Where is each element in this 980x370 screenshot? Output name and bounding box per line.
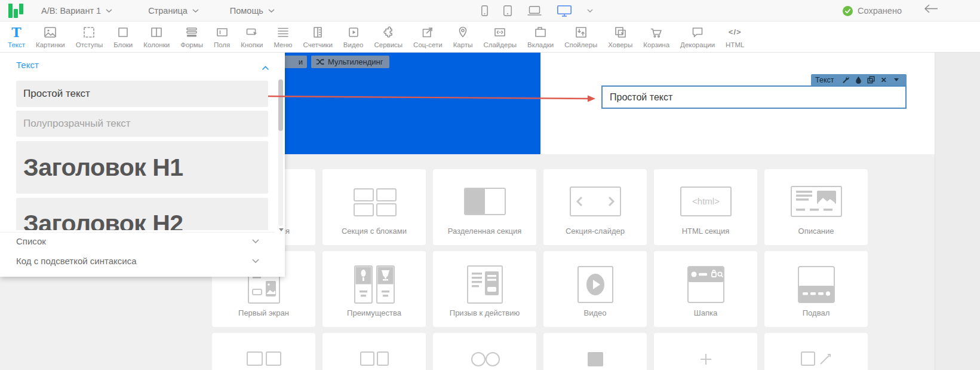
forms-icon	[185, 25, 199, 39]
html-section-icon: <html>	[679, 185, 733, 218]
ribbon-item-margins[interactable]: Отступы	[70, 22, 108, 53]
blocks-section-icon	[352, 185, 397, 218]
ribbon-item-html[interactable]: </> HTML	[720, 22, 749, 53]
ribbon-item-text[interactable]: T Текст	[2, 22, 30, 53]
save-status: Сохранено	[843, 0, 902, 22]
template-header[interactable]: Шапка	[654, 251, 757, 327]
ribbon-item-sliders[interactable]: Слайдеры	[478, 22, 522, 53]
element-more-button[interactable]	[890, 74, 902, 85]
fields-icon	[215, 25, 229, 39]
cart-icon	[649, 25, 663, 39]
back-button[interactable]	[924, 4, 938, 16]
template-footer[interactable]: Подвал	[764, 251, 868, 327]
panel-item-plain-text[interactable]: Простой текст	[16, 81, 268, 107]
elements-ribbon: T Текст Картинки Отступы Блоки Колонки Ф…	[0, 22, 980, 53]
help-menu[interactable]: Помощь	[230, 6, 275, 16]
ribbon-item-spoilers[interactable]: Спойлеры	[559, 22, 603, 53]
advantages-icon	[353, 264, 396, 305]
chevron-down-icon	[252, 259, 259, 263]
ribbon-item-video[interactable]: Видео	[338, 22, 369, 53]
page-menu-label: Страница	[148, 6, 188, 16]
duplicate-icon	[867, 76, 875, 84]
device-tablet-button[interactable]	[503, 5, 512, 16]
panel-item-heading-h2[interactable]: Заголовок H2	[16, 198, 268, 230]
ribbon-item-hovers[interactable]: Ховеры	[603, 22, 638, 53]
template-video[interactable]: Видео	[543, 251, 647, 327]
ribbon-item-social[interactable]: Соц-сети	[408, 22, 448, 53]
panel-header-text[interactable]: Текст	[16, 60, 39, 70]
scrollbar-down-arrow[interactable]	[279, 228, 284, 231]
ribbon-item-cart[interactable]: Корзина	[638, 22, 675, 53]
social-share-icon	[420, 25, 435, 39]
template-blocks-section[interactable]: Секция с блоками	[322, 169, 426, 245]
text-elements-panel: Текст Простой текст Полупрозрачный текст…	[0, 53, 285, 277]
dropped-text-element[interactable]: Простой текст	[601, 85, 907, 109]
services-puzzle-icon	[381, 25, 395, 39]
element-settings-button[interactable]	[840, 74, 852, 85]
buttons-icon	[245, 25, 259, 39]
ribbon-item-maps[interactable]: Карты	[448, 22, 478, 53]
multilanding-badge[interactable]: Мультилендинг	[311, 56, 389, 68]
chevron-down-icon	[268, 9, 275, 13]
ribbon-item-buttons[interactable]: Кнопки	[235, 22, 268, 53]
menu-icon	[276, 25, 290, 39]
panel-item-heading-h1[interactable]: Заголовок H1	[16, 141, 268, 194]
template-partial[interactable]	[764, 333, 868, 370]
element-delete-button[interactable]: ✕	[877, 74, 890, 85]
chevron-up-icon[interactable]	[262, 62, 269, 73]
hovers-icon	[613, 25, 628, 39]
ribbon-item-menu[interactable]: Меню	[268, 22, 297, 53]
html-code-icon: </>	[729, 25, 742, 39]
template-advantages[interactable]: Преимущества	[322, 251, 426, 327]
ab-variant-label: A/B: Вариант 1	[41, 6, 101, 16]
element-duplicate-button[interactable]	[865, 74, 877, 85]
scrollbar-thumb[interactable]	[278, 79, 283, 131]
ribbon-item-forms[interactable]: Формы	[175, 22, 208, 53]
video-section-icon	[576, 264, 615, 305]
device-more-button[interactable]	[587, 9, 593, 13]
template-split-section[interactable]: Разделенная секция	[433, 169, 536, 245]
page-menu[interactable]: Страница	[148, 6, 199, 16]
wrench-icon	[842, 76, 850, 84]
template-partial[interactable]	[212, 333, 315, 370]
template-html-section[interactable]: <html> HTML секция	[654, 169, 757, 245]
split-section-icon	[462, 185, 508, 218]
top-bar: A/B: Вариант 1 Страница Помощь Сохранено	[0, 0, 980, 22]
device-desktop-button[interactable]	[557, 5, 572, 17]
accordion-code-highlight[interactable]: Код с подсветкой синтаксиса	[0, 252, 275, 270]
template-cta[interactable]: Призыв к действию	[433, 251, 536, 327]
ribbon-item-columns[interactable]: Колонки	[138, 22, 175, 53]
ribbon-item-blocks[interactable]: Блоки	[108, 22, 138, 53]
template-partial[interactable]	[433, 333, 536, 370]
partial-icon	[466, 346, 503, 370]
template-partial[interactable]	[543, 333, 647, 370]
accordion-list[interactable]: Список	[0, 232, 275, 250]
ribbon-item-counters[interactable]: Счетчики	[298, 22, 338, 53]
template-description-section[interactable]: Описание	[764, 169, 868, 245]
device-laptop-button[interactable]	[527, 6, 542, 16]
margins-icon	[82, 25, 96, 39]
partial-icon	[356, 346, 393, 370]
template-partial[interactable]	[322, 333, 426, 370]
saved-check-icon	[843, 6, 853, 16]
panel-item-translucent-text[interactable]: Полупрозрачный текст	[16, 111, 268, 137]
element-style-button[interactable]	[852, 74, 865, 85]
template-slider-section[interactable]: Секция-слайдер	[543, 169, 647, 245]
template-partial[interactable]	[654, 333, 757, 370]
ab-variant-menu[interactable]: A/B: Вариант 1	[41, 6, 112, 16]
ribbon-item-services[interactable]: Сервисы	[368, 22, 408, 53]
ribbon-item-fields[interactable]: Поля	[208, 22, 235, 53]
tablet-icon	[503, 5, 512, 16]
speech-bubble-icon	[690, 25, 705, 39]
header-section-icon	[686, 264, 726, 305]
device-phone-button[interactable]	[481, 5, 488, 16]
app-logo	[8, 4, 23, 18]
ribbon-item-tabs[interactable]: Вкладки	[522, 22, 559, 53]
shuffle-icon	[316, 59, 324, 65]
section-templates-grid: Пустая секция Секция с блоками Разделенн…	[212, 169, 868, 370]
partial-icon	[687, 346, 724, 370]
ribbon-item-decorations[interactable]: Декорации	[675, 22, 720, 53]
device-switcher	[481, 0, 593, 22]
ribbon-item-images[interactable]: Картинки	[30, 22, 70, 53]
panel-scrollbar[interactable]	[278, 79, 283, 226]
